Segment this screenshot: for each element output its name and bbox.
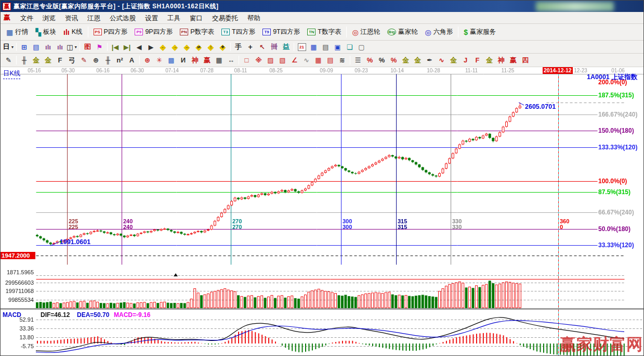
draw-tool-28[interactable]: ▦: [312, 55, 324, 66]
draw-tool-38[interactable]: ✒: [424, 55, 436, 66]
toolbar-button-P四方形[interactable]: PSP四方形: [90, 26, 132, 39]
draw-tool-24[interactable]: ▨: [265, 55, 277, 66]
menu-item-0[interactable]: 文件: [16, 14, 38, 23]
draw-tool-17[interactable]: 神: [189, 55, 201, 66]
menu-item-9[interactable]: 帮助: [243, 14, 265, 23]
menu-item-4[interactable]: 公式选股: [105, 14, 140, 23]
menu-item-3[interactable]: 江恩: [83, 14, 105, 23]
draw-tool-10[interactable]: n²: [114, 55, 126, 66]
nav-color-chart[interactable]: ⚑: [94, 42, 106, 52]
nav-gann-tool[interactable]: 卌: [268, 42, 280, 52]
draw-tool-3[interactable]: 金: [30, 55, 42, 66]
draw-tool-26[interactable]: ∠: [288, 55, 300, 66]
menu-item-5[interactable]: 设置: [140, 14, 163, 23]
draw-tool-13[interactable]: ⊕: [141, 55, 153, 66]
draw-tool-2[interactable]: ╫: [18, 55, 30, 66]
draw-tool-42[interactable]: F: [471, 55, 483, 66]
draw-tool-8[interactable]: ⊕: [90, 55, 102, 66]
toolbar-button-赢家服务[interactable]: $赢家服务: [460, 26, 500, 39]
draw-tool-18[interactable]: 赢: [201, 55, 213, 66]
toolbar-button-赢家轮[interactable]: Big赢家轮: [384, 26, 421, 39]
draw-tool-39[interactable]: ∿: [436, 55, 448, 66]
nav-pointer-tool[interactable]: ↖: [256, 42, 268, 52]
toolbar-button-P数字表[interactable]: PNP数字表: [176, 26, 218, 39]
nav-prev-bar[interactable]: ◀: [133, 42, 145, 52]
nav-web-save[interactable]: ❏: [344, 42, 356, 52]
nav-crosshair-tool[interactable]: ＋: [244, 42, 256, 52]
draw-tool-27[interactable]: ∿: [300, 55, 312, 66]
toolbar-button-江恩轮[interactable]: ◎江恩轮: [348, 26, 384, 39]
nav-net-chart[interactable]: ⊞: [18, 42, 30, 52]
nav-red-chart[interactable]: 图: [82, 42, 94, 52]
draw-tool-15[interactable]: ▩: [165, 55, 177, 66]
nav-first-bar[interactable]: |◀: [109, 42, 121, 52]
pan-right-icon: ◆→: [171, 43, 179, 51]
draw-tool-19[interactable]: ▦: [213, 55, 225, 66]
menu-item-6[interactable]: 工具: [163, 14, 185, 23]
draw-tool-14[interactable]: ✳: [153, 55, 165, 66]
draw-tool-35[interactable]: %: [388, 55, 400, 66]
draw-tool-29[interactable]: ▤: [324, 55, 336, 66]
nav-expand[interactable]: ◆↕: [205, 42, 217, 52]
menu-item-1[interactable]: 浏览: [38, 14, 60, 23]
draw-tool-44[interactable]: 神: [495, 55, 507, 66]
toolbar-button-T数字表[interactable]: TNT数字表: [304, 26, 345, 39]
toolbar-button-行情[interactable]: ▦行情: [3, 26, 32, 39]
nav-pan-left[interactable]: ◆←: [157, 42, 169, 52]
draw-tool-9[interactable]: ╫: [102, 55, 114, 66]
draw-tool-20[interactable]: ↔: [225, 55, 237, 66]
nav-pan-both[interactable]: ◆↔: [181, 42, 193, 52]
nav-period-selector[interactable]: 日▼: [3, 42, 15, 52]
draw-tool-11[interactable]: A: [126, 55, 138, 66]
draw-tool-32[interactable]: ☰: [352, 55, 364, 66]
tool-36-icon: 金: [402, 56, 409, 65]
draw-tool-6[interactable]: 弓: [66, 55, 78, 66]
nav-bars-3[interactable]: ılı: [42, 42, 54, 52]
menu-item-8[interactable]: 交易委托: [207, 14, 243, 23]
nav-hand-tool[interactable]: 手: [232, 42, 244, 52]
toolbar-button-9P四方形[interactable]: P99P四方形: [131, 26, 176, 39]
nav-clipboard[interactable]: ▤: [30, 42, 42, 52]
draw-tool-5[interactable]: F: [54, 55, 66, 66]
tool-7-icon: ✎: [81, 56, 87, 64]
draw-tool-25[interactable]: ▧: [277, 55, 288, 66]
draw-tool-33[interactable]: %: [364, 55, 376, 66]
period-label[interactable]: 日K线: [3, 69, 20, 79]
nav-calculator[interactable]: ▦: [308, 42, 320, 52]
toolbar-button-板块[interactable]: ▚板块: [32, 26, 60, 39]
nav-analysis-tool[interactable]: 益: [280, 42, 292, 52]
nav-notes[interactable]: ▤: [320, 42, 332, 52]
draw-tool-34[interactable]: %: [376, 55, 388, 66]
draw-tool-16[interactable]: И: [177, 55, 189, 66]
draw-tool-37[interactable]: 金: [412, 55, 424, 66]
nav-compress[interactable]: ◆⇄: [193, 42, 205, 52]
draw-tool-45[interactable]: 赢: [507, 55, 519, 66]
toolbar-button-T四方形[interactable]: T3T四方形: [218, 26, 259, 39]
nav-computer[interactable]: ▢: [356, 42, 367, 52]
nav-expand-all[interactable]: ◆✚: [217, 42, 229, 52]
draw-tool-43[interactable]: 金: [483, 55, 495, 66]
nav-bars-9[interactable]: ılı: [54, 42, 66, 52]
toolbar-button-K线[interactable]: ılıK线: [60, 26, 86, 39]
toolbar-button-9T四方形[interactable]: T99T四方形: [259, 26, 304, 39]
nav-save[interactable]: ▣: [332, 42, 344, 52]
window-controls-blurred[interactable]: [536, 2, 614, 11]
draw-pencil[interactable]: ✎: [3, 55, 15, 66]
draw-tool-30[interactable]: ≋: [336, 55, 348, 66]
draw-tool-4[interactable]: 金: [42, 55, 54, 66]
draw-tool-40[interactable]: 金: [448, 55, 459, 66]
draw-tool-23[interactable]: ※: [253, 55, 265, 66]
toolbar-button-六角形[interactable]: ◎六角形: [422, 26, 457, 39]
nav-candle-style[interactable]: ◫▼: [66, 42, 78, 52]
menu-item-2[interactable]: 资讯: [60, 14, 83, 23]
menu-item-7[interactable]: 窗口: [185, 14, 207, 23]
draw-tool-46[interactable]: 四: [519, 55, 531, 66]
draw-tool-7[interactable]: ✎: [78, 55, 90, 66]
nav-pan-right[interactable]: ◆→: [169, 42, 181, 52]
draw-tool-36[interactable]: 金: [400, 55, 412, 66]
draw-tool-41[interactable]: J: [459, 55, 471, 66]
nav-next-bar[interactable]: ▶: [145, 42, 157, 52]
draw-tool-22[interactable]: □: [241, 55, 253, 66]
nav-calendar[interactable]: 21: [296, 42, 308, 52]
nav-last-bar[interactable]: ▶|: [121, 42, 133, 52]
